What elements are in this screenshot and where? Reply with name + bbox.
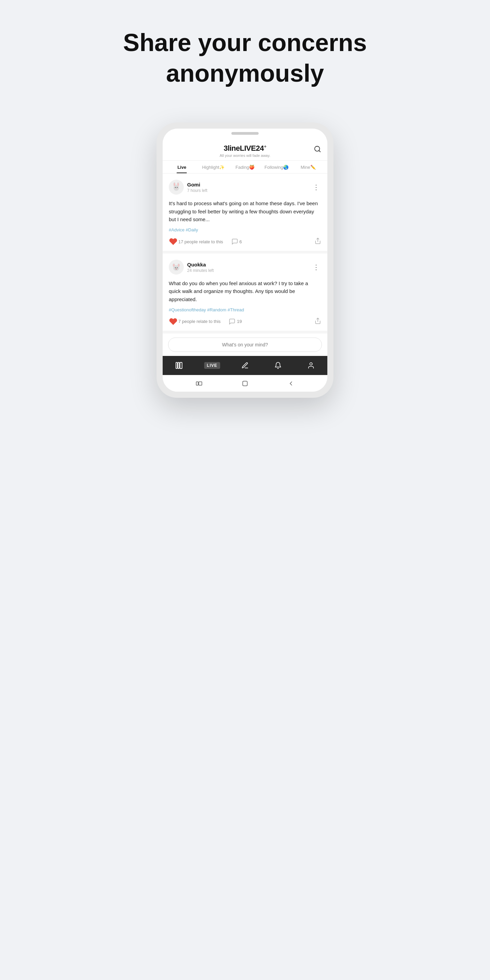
recents-icon: [196, 380, 202, 387]
nav-write[interactable]: [229, 360, 262, 371]
post-username: Gomi: [187, 182, 311, 188]
tab-following[interactable]: Following🌏: [261, 161, 292, 173]
svg-point-16: [173, 264, 175, 266]
heart-icon: [169, 237, 178, 246]
post-header: Gomi 7 hours left ⋮: [169, 180, 321, 195]
svg-rect-28: [243, 381, 247, 385]
nav-profile[interactable]: [294, 360, 327, 371]
search-icon: [314, 145, 321, 153]
app-header: 3lineLIVE24+ All your worries will fade …: [163, 139, 327, 161]
app-title: 3lineLIVE24+: [169, 143, 321, 153]
live-badge: LIVE: [204, 362, 220, 369]
phone-screen: 3lineLIVE24+ All your worries will fade …: [163, 129, 327, 392]
mind-input[interactable]: [168, 337, 322, 352]
avatar-image: [170, 181, 182, 193]
tab-highlight[interactable]: Highlight✨: [198, 161, 229, 173]
comment-icon: [229, 318, 235, 325]
relate-button[interactable]: 7 people relate to this: [169, 317, 221, 326]
app-name-plus: +: [264, 143, 266, 149]
post-header: Quokka 24 minutes left ⋮: [169, 259, 321, 275]
svg-rect-23: [178, 363, 179, 369]
post-user-info: Quokka 24 minutes left: [187, 262, 311, 273]
tab-mine[interactable]: Mine✏️: [292, 161, 324, 173]
library-icon: [175, 361, 183, 369]
avatar: [169, 180, 184, 195]
svg-point-19: [177, 267, 178, 269]
post-actions: 17 people relate to this 6: [169, 237, 321, 246]
bell-icon: [274, 362, 282, 369]
comment-button[interactable]: 6: [231, 238, 242, 245]
svg-point-18: [175, 267, 176, 269]
post-time: 7 hours left: [187, 188, 311, 193]
relate-count: 7 people relate to this: [178, 319, 221, 324]
android-home-button[interactable]: [242, 380, 248, 387]
heart-icon: [169, 317, 178, 326]
share-icon: [314, 318, 321, 324]
svg-point-17: [178, 264, 179, 266]
app-subtitle: All your worries will fade away.: [169, 153, 321, 158]
share-icon: [314, 237, 321, 244]
comment-count: 6: [240, 239, 242, 244]
nav-live[interactable]: LIVE: [196, 360, 229, 371]
home-icon: [242, 380, 248, 387]
nav-notifications[interactable]: [261, 360, 294, 371]
post-more-button[interactable]: ⋮: [311, 263, 321, 271]
post-card: Quokka 24 minutes left ⋮ What do you do …: [163, 253, 327, 331]
android-back-button[interactable]: [288, 380, 294, 387]
pen-icon: [241, 362, 249, 369]
post-content: It's hard to process what's going on at …: [169, 199, 321, 223]
app-name-text: 3lineLIVE24: [224, 144, 264, 153]
svg-line-1: [319, 150, 320, 152]
android-nav-bar: [163, 375, 327, 392]
relate-button[interactable]: 17 people relate to this: [169, 237, 223, 246]
svg-rect-27: [199, 382, 202, 385]
post-content: What do you do when you feel anxious at …: [169, 279, 321, 303]
post-user-info: Gomi 7 hours left: [187, 182, 311, 193]
person-icon: [307, 362, 315, 369]
svg-point-8: [175, 187, 176, 188]
input-bar: [163, 334, 327, 356]
bottom-nav: LIVE: [163, 356, 327, 375]
svg-rect-26: [196, 382, 198, 385]
phone-frame: 3lineLIVE24+ All your worries will fade …: [156, 123, 334, 398]
post-card: Gomi 7 hours left ⋮ It's hard to process…: [163, 173, 327, 251]
post-more-button[interactable]: ⋮: [311, 183, 321, 191]
tab-fading[interactable]: Fading🍑: [229, 161, 261, 173]
tab-live[interactable]: Live: [166, 161, 198, 173]
android-recents-button[interactable]: [196, 380, 202, 387]
post-tags[interactable]: #Questionoftheday #Random #Thread: [169, 307, 321, 312]
svg-point-9: [177, 187, 178, 188]
share-button[interactable]: [314, 318, 321, 326]
svg-point-25: [310, 363, 312, 365]
share-button[interactable]: [314, 237, 321, 246]
comment-count: 19: [237, 319, 242, 324]
phone-speaker: [231, 132, 259, 135]
svg-rect-24: [180, 363, 182, 369]
svg-point-7: [178, 183, 179, 186]
avatar-image-quokka: [170, 261, 182, 273]
back-icon: [288, 380, 294, 387]
post-username: Quokka: [187, 262, 311, 267]
post-actions: 7 people relate to this 19: [169, 317, 321, 326]
comment-icon: [231, 238, 238, 245]
nav-library[interactable]: [163, 360, 196, 372]
svg-rect-22: [176, 363, 177, 369]
tab-bar: Live Highlight✨ Fading🍑 Following🌏 Mine✏…: [163, 161, 327, 173]
svg-point-6: [174, 183, 175, 186]
comment-button[interactable]: 19: [229, 318, 242, 325]
avatar: [169, 259, 184, 275]
feed: Gomi 7 hours left ⋮ It's hard to process…: [163, 173, 327, 356]
post-tags[interactable]: #Advice #Daily: [169, 227, 321, 232]
search-button[interactable]: [314, 145, 321, 154]
relate-count: 17 people relate to this: [178, 239, 223, 244]
hero-title: Share your concerns anonymously: [123, 27, 367, 89]
post-time: 24 minutes left: [187, 268, 311, 273]
live-badge-text: LIVE: [207, 363, 218, 368]
